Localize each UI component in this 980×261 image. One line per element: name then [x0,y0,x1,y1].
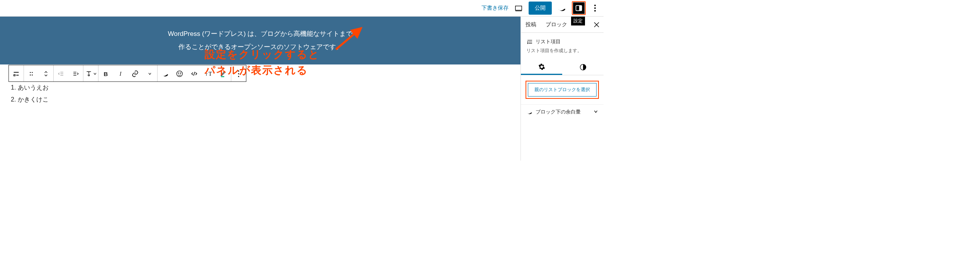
link-button[interactable] [128,65,142,82]
svg-point-38 [527,42,528,42]
emoji-button[interactable] [172,65,187,82]
outdent-button[interactable] [54,65,68,82]
svg-line-25 [193,72,195,76]
annotation-line: パネルが表示される [205,63,320,78]
subtab-styles[interactable] [562,59,604,75]
svg-point-24 [180,73,181,74]
block-info-title: リスト項目 [526,38,598,45]
outdent-icon [57,70,65,78]
more-vertical-icon [594,5,596,12]
editor-top-header: 下書き保存 公開 設定 [0,0,604,16]
parent-select-highlight: 親のリストブロックを選択 [526,81,599,99]
code-icon [190,70,198,78]
list-item-icon [12,69,20,78]
svg-point-5 [594,7,596,9]
settings-button-inner [573,2,585,14]
editor-canvas: WordPress (ワードプレス) は、ブログから高機能なサイトまで 作ること… [0,17,521,161]
svg-point-4 [594,5,596,6]
block-name-label: リスト項目 [536,38,561,45]
sidebar-panel-icon [575,4,583,12]
swoosh-icon [558,4,566,12]
indent-button[interactable] [68,65,83,82]
link-icon [131,70,139,78]
svg-point-39 [527,43,528,44]
indent-icon [72,70,80,78]
block-description: リスト項目を作成します。 [526,47,598,54]
move-arrows-button[interactable] [39,65,53,82]
annotation-line: 設定をクリックすると [205,47,320,63]
list-item-block-icon-button[interactable] [9,65,24,82]
close-icon [593,22,600,28]
italic-button[interactable]: I [113,65,128,82]
editor-main-area: WordPress (ワードプレス) は、ブログから高機能なサイトまで 作ること… [0,17,604,161]
preview-button[interactable] [512,2,525,14]
tab-post[interactable]: 投稿 [521,17,541,32]
svg-point-23 [178,73,179,74]
publish-button[interactable]: 公開 [529,2,552,15]
swoosh-icon [161,70,169,78]
annotation-text: 設定をクリックすると パネルが表示される [205,47,320,78]
format-button[interactable] [83,65,98,82]
smiley-icon [176,70,183,78]
svg-point-11 [30,75,31,76]
contrast-icon [579,63,587,71]
chevron-down-icon [593,109,598,115]
sidebar-subtabs [521,59,604,75]
svg-rect-0 [515,6,522,10]
close-sidebar-button[interactable] [590,18,604,32]
gear-icon [538,63,546,71]
more-rich-text-button[interactable] [142,65,157,82]
move-arrows-icon [42,70,50,78]
svg-point-9 [30,72,31,73]
svg-point-22 [177,71,183,77]
cover-text-line: WordPress (ワードプレス) は、ブログから高機能なサイトまで [8,27,513,41]
paragraph-format-icon [85,69,93,78]
list-item[interactable]: あいうえお [11,84,513,92]
more-menu-button[interactable] [590,1,600,15]
drag-dots-icon [27,70,35,78]
svg-rect-3 [579,5,582,10]
svg-point-6 [594,10,596,12]
block-info-panel: リスト項目 リスト項目を作成します。 [521,33,604,59]
swoosh-tool-button[interactable] [158,65,172,82]
select-parent-block-button[interactable]: 親のリストブロックを選択 [528,83,597,97]
jetpack-swoop-icon[interactable] [556,2,568,14]
svg-point-21 [88,75,90,76]
tab-block[interactable]: ブロック [541,17,572,32]
bold-button[interactable]: B [98,65,113,82]
margin-panel-label: ブロック下の余白量 [536,108,581,115]
svg-point-12 [32,75,33,76]
list-item-icon [526,38,533,45]
preview-display-icon [514,4,523,12]
margin-panel[interactable]: ブロック下の余白量 [521,104,604,119]
settings-toggle-button[interactable]: 設定 [572,1,586,15]
save-draft-link[interactable]: 下書き保存 [482,5,509,12]
settings-sidebar: 投稿 ブロック リスト項目 リスト項目を作成します。 親のリストブロックを [521,17,604,161]
list-item[interactable]: かきくけこ [11,96,513,104]
subtab-settings[interactable] [521,59,562,75]
settings-tooltip: 設定 [571,17,585,25]
drag-handle[interactable] [24,65,39,82]
sidebar-tabs: 投稿 ブロック [521,17,604,33]
chevron-down-icon [148,72,152,76]
code-button[interactable] [187,65,202,82]
chevron-down-icon [93,72,97,76]
swoosh-icon [526,109,532,115]
svg-point-10 [32,72,33,73]
